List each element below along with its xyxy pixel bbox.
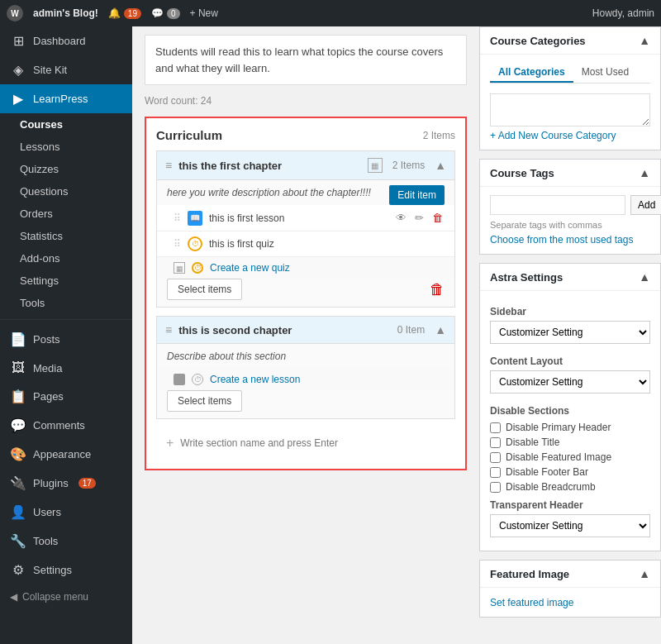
featured-image-title: Featured Image [490, 568, 569, 580]
disable-footer-bar-checkbox[interactable] [490, 467, 501, 478]
sidebar-sub-addons[interactable]: Add-ons [0, 247, 132, 270]
dashboard-icon: ⊞ [10, 33, 26, 49]
disable-featured-image-checkbox[interactable] [490, 452, 501, 463]
chapter-2-bottom: Select items [157, 390, 454, 418]
admin-bar-site-name[interactable]: admin's Blog! [33, 7, 98, 19]
sidebar-item-dashboard[interactable]: ⊞ Dashboard [0, 26, 132, 55]
tab-all-categories[interactable]: All Categories [490, 63, 573, 83]
sidebar-label-plugins: Plugins [33, 477, 69, 489]
featured-image-box: Featured Image ▲ Set featured image [479, 560, 661, 618]
sidebar-label-pages: Pages [33, 390, 64, 403]
add-section-input[interactable] [180, 437, 445, 449]
lesson-1-preview-btn[interactable]: 👁 [394, 210, 408, 226]
bell-icon: 🔔 [108, 7, 121, 19]
disable-footer-bar-row: Disable Footer Bar [490, 466, 650, 478]
add-new-category-link[interactable]: + Add New Course Category [490, 130, 616, 141]
sidebar-sub-orders[interactable]: Orders [0, 203, 132, 225]
appearance-icon: 🎨 [10, 446, 26, 462]
curriculum-title: Curriculum [156, 128, 222, 142]
chapter-1-delete-btn[interactable]: 🗑 [430, 281, 445, 298]
disable-breadcrumb-label: Disable Breadcrumb [506, 481, 596, 493]
chapter-1-edit-button[interactable]: Edit item [389, 185, 445, 205]
curriculum-count: 2 Items [423, 130, 455, 141]
astra-settings-collapse-btn[interactable]: ▲ [639, 270, 650, 284]
learnpress-icon: ▶ [10, 91, 26, 107]
create-quiz-label[interactable]: Create a new quiz [210, 262, 290, 274]
create-quiz-clock-icon: ⏱ [192, 262, 203, 274]
featured-image-content: Set featured image [480, 588, 660, 617]
tag-add-button[interactable]: Add [630, 195, 661, 215]
sidebar-item-settings[interactable]: ⚙ Settings [0, 556, 132, 584]
sidebar-item-tools[interactable]: 🔧 Tools [0, 527, 132, 556]
chapter-1-desc-text: here you write description about the cha… [167, 187, 371, 198]
disable-footer-bar-label: Disable Footer Bar [506, 466, 588, 478]
chapter-1-select-items-btn[interactable]: Select items [167, 279, 242, 300]
wp-logo-icon[interactable]: W [7, 5, 23, 21]
course-categories-title: Course Categories [490, 35, 586, 47]
astra-settings-title: Astra Settings [490, 271, 563, 284]
right-sidebar: Course Categories ▲ All Categories Most … [479, 26, 661, 644]
disable-title-row: Disable Title [490, 436, 650, 448]
sidebar-item-comments[interactable]: 💬 Comments [0, 411, 132, 440]
sidebar: ⊞ Dashboard ◈ Site Kit ▶ LearnPress Cour… [0, 26, 132, 644]
chapter-2-drag-handle[interactable]: ≡ [165, 323, 172, 336]
lesson-1-delete-btn[interactable]: 🗑 [430, 210, 445, 226]
collapse-label: Collapse menu [22, 591, 88, 603]
sidebar-label: Sidebar [490, 306, 650, 317]
sidebar-sub-quizzes[interactable]: Quizzes [0, 158, 132, 180]
sidebar-select[interactable]: Customizer Setting [490, 321, 650, 344]
editor-description-text: Students will read this to learn what to… [155, 45, 443, 74]
collapse-menu-button[interactable]: ◀ Collapse menu [0, 584, 132, 609]
sidebar-sub-statistics[interactable]: Statistics [0, 225, 132, 247]
transparent-header-select[interactable]: Customizer Setting [490, 514, 650, 537]
chapter-1-collapse-btn[interactable]: ▲ [435, 159, 446, 172]
admin-bar-notifications[interactable]: 🔔 19 [108, 7, 141, 19]
sidebar-item-media[interactable]: 🖼 Media [0, 354, 132, 382]
lesson-1-name: this is first lesson [209, 212, 388, 224]
disable-primary-header-checkbox[interactable] [490, 422, 501, 433]
sidebar-label-sitekit: Site Kit [33, 64, 67, 76]
sidebar-sub-settings[interactable]: Settings [0, 270, 132, 292]
sidebar-sub-lessons[interactable]: Lessons [0, 136, 132, 158]
sidebar-sub-courses[interactable]: Courses [0, 113, 132, 136]
sidebar-item-appearance[interactable]: 🎨 Appearance [0, 440, 132, 469]
chapter-2-collapse-btn[interactable]: ▲ [435, 323, 446, 336]
admin-bar-howdy: Howdy, admin [592, 7, 654, 19]
sidebar-label-comments: Comments [33, 419, 85, 432]
editor-area: Students will read this to learn what to… [132, 26, 479, 644]
featured-image-collapse-btn[interactable]: ▲ [639, 567, 650, 580]
course-tags-collapse-btn[interactable]: ▲ [639, 166, 650, 179]
admin-bar-comments[interactable]: 💬 0 [151, 7, 180, 19]
disable-breadcrumb-checkbox[interactable] [490, 482, 501, 493]
most-used-tags-link[interactable]: Choose from the most used tags [490, 234, 633, 246]
sidebar-label-dashboard: Dashboard [33, 35, 86, 47]
course-categories-collapse-btn[interactable]: ▲ [639, 34, 650, 47]
sidebar-item-pages[interactable]: 📋 Pages [0, 382, 132, 411]
editor-description[interactable]: Students will read this to learn what to… [145, 35, 467, 85]
lesson-1-drag-handle[interactable]: ⠿ [174, 212, 181, 224]
tools-icon: 🔧 [10, 533, 26, 549]
sidebar-item-learnpress[interactable]: ▶ LearnPress [0, 84, 132, 113]
tab-most-used[interactable]: Most Used [573, 63, 637, 83]
quiz-1-drag-handle[interactable]: ⠿ [174, 238, 181, 250]
sidebar-item-users[interactable]: 👤 Users [0, 498, 132, 527]
tag-input[interactable] [490, 195, 625, 215]
create-lesson-label[interactable]: Create a new lesson [210, 374, 300, 385]
category-list-area[interactable] [490, 93, 650, 126]
sidebar-sub-questions[interactable]: Questions [0, 180, 132, 203]
chapter-2-select-items-btn[interactable]: Select items [167, 390, 242, 412]
sidebar-item-plugins[interactable]: 🔌 Plugins 17 [0, 469, 132, 498]
chapter-2-title: this is second chapter [178, 324, 391, 336]
chapter-1-drag-handle[interactable]: ≡ [165, 159, 172, 172]
lesson-1-edit-btn[interactable]: ✏ [413, 210, 426, 226]
disable-title-checkbox[interactable] [490, 437, 501, 448]
chapter-2-desc-text: Describe about this section [167, 351, 286, 362]
sidebar-label-users: Users [33, 506, 61, 518]
sidebar-sub-tools[interactable]: Tools [0, 292, 132, 314]
content-layout-select[interactable]: Customizer Setting [490, 370, 650, 394]
chapter-2-description: Describe about this section [157, 344, 454, 369]
set-featured-image-link[interactable]: Set featured image [490, 597, 573, 608]
sidebar-item-sitekit[interactable]: ◈ Site Kit [0, 55, 132, 84]
sidebar-item-posts[interactable]: 📄 Posts [0, 325, 132, 354]
admin-bar-new[interactable]: + New [190, 7, 218, 19]
